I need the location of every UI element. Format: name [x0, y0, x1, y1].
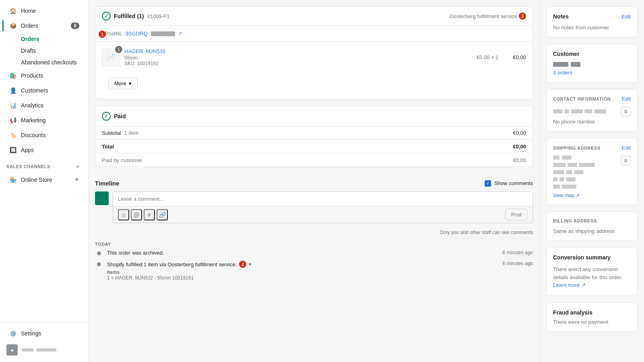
fulfilled-header: ✓ Fulfilled (1) #1009-F1 Oosterberg fulf… — [95, 7, 533, 26]
notes-edit-button[interactable]: Edit — [622, 14, 631, 20]
order-id: #1009-F1 — [147, 13, 170, 19]
event-fulfilled-time: 6 minutes ago — [503, 261, 533, 266]
expand-icon[interactable]: ▾ — [249, 261, 251, 267]
tracking-row: 1 PostNL 3SGDRQ ↗ — [95, 26, 533, 42]
fulfilled-card: ✓ Fulfilled (1) #1009-F1 Oosterberg fulf… — [95, 6, 533, 99]
emoji-button[interactable]: ☺ — [118, 209, 129, 220]
notes-content: No notes from customer — [553, 25, 631, 31]
add-sales-channel-button[interactable]: + — [74, 162, 82, 171]
copy-email-button[interactable]: ⧉ — [621, 107, 631, 116]
shipping-address-lines — [553, 156, 595, 190]
copy-address-button[interactable]: ⧉ — [621, 156, 631, 165]
sidebar-subitem-abandoned[interactable]: Abandoned checkouts — [21, 57, 86, 68]
product-sku: SKU: 10019161 — [124, 61, 472, 66]
sales-channels-title: SALES CHANNELS + — [0, 158, 88, 172]
sidebar-item-customers[interactable]: 👤 Customers — [2, 83, 86, 98]
comment-input[interactable] — [113, 192, 533, 206]
sidebar-item-marketing[interactable]: 📢 Marketing — [2, 113, 86, 128]
address-line-1 — [553, 156, 595, 161]
sidebar-item-home[interactable]: 🏠 Home — [2, 4, 86, 18]
event-archived-text: This order was archived. — [107, 250, 499, 256]
sidebar-item-discounts[interactable]: 🏷️ Discounts — [2, 128, 86, 142]
user-profile[interactable]: ■ — [0, 341, 88, 359]
customer-title: Customer — [553, 51, 579, 57]
shipping-header: SHIPPING ADDRESS Edit — [553, 145, 631, 151]
show-comments-checkbox[interactable]: ✓ — [485, 180, 491, 187]
customer-header: Customer — [553, 51, 631, 57]
contact-edit-button[interactable]: Edit — [622, 96, 631, 102]
sidebar-item-orders[interactable]: 📦 Orders 8 — [2, 19, 86, 33]
apps-icon: 🔲 — [9, 146, 17, 154]
paid-check-icon: ✓ — [102, 112, 111, 121]
more-button[interactable]: More ▾ — [108, 78, 138, 89]
timeline-dot-2 — [97, 262, 101, 266]
attachment-button[interactable]: 🔗 — [157, 209, 168, 220]
contact-title: CONTACT INFORMATION — [553, 97, 611, 101]
paid-by-row: Paid by customer €0,00 — [95, 153, 533, 167]
conversion-text: There aren't any conversion details avai… — [553, 265, 631, 289]
discounts-icon: 🏷️ — [9, 131, 17, 139]
show-comments-toggle[interactable]: ✓ Show comments — [485, 180, 533, 187]
event-fulfilled-text: Shopify fulfilled 1 item via Oosterberg … — [107, 261, 499, 281]
timeline-dot — [97, 251, 101, 255]
line-item-total: €0,00 — [513, 54, 526, 60]
more-button-wrapper: More ▾ — [95, 78, 533, 99]
staff-note: Only you and other staff can see comment… — [95, 228, 533, 237]
service-badge: 3 — [519, 12, 526, 20]
sidebar-subitem-drafts[interactable]: Drafts — [21, 45, 86, 56]
comment-box: ☺ @ # 🔗 Post — [95, 191, 533, 223]
product-name-link[interactable]: HAGER, MJN532 — [124, 48, 472, 54]
notes-card: Notes Edit No notes from customer — [546, 6, 638, 37]
hashtag-button[interactable]: # — [144, 209, 155, 220]
sidebar-item-analytics[interactable]: 📊 Analytics — [2, 98, 86, 113]
total-row: Total €0,00 — [95, 139, 533, 153]
sidebar-item-label: Customers — [21, 87, 48, 94]
external-link-icon[interactable]: ↗ — [178, 31, 182, 36]
timeline-section: Timeline ✓ Show comments ☺ @ # 🔗 Post — [95, 173, 533, 281]
payment-header: ✓ Paid — [95, 106, 533, 127]
line-item-price: €0,00 × 1 — [477, 54, 499, 60]
fraud-title: Fraud analysis — [553, 309, 631, 316]
online-store-visibility-icon[interactable]: 👁 — [74, 177, 79, 183]
fraud-text: There were no payment — [553, 319, 631, 325]
orders-badge: 8 — [71, 23, 79, 29]
learn-more-link[interactable]: Learn more — [553, 282, 580, 288]
sidebar-item-settings[interactable]: ⚙️ Settings — [2, 326, 86, 341]
view-map-link[interactable]: View map ↗ — [553, 193, 631, 198]
mention-button[interactable]: @ — [131, 209, 142, 220]
main-content: ✓ Fulfilled (1) #1009-F1 Oosterberg fulf… — [89, 0, 644, 362]
conversion-title: Conversion summary — [553, 254, 611, 261]
sidebar-item-online-store[interactable]: 🏪 Online Store 👁 — [2, 173, 86, 187]
fulfillment-service: Oosterberg fulfillment service 3 — [450, 12, 526, 20]
quantity-badge: 1 — [115, 46, 122, 53]
notes-header: Notes Edit — [553, 13, 631, 20]
payment-status: Paid — [114, 113, 126, 119]
tracking-number[interactable]: 3SGDRQ — [126, 31, 148, 37]
sidebar-item-apps[interactable]: 🔲 Apps — [2, 143, 86, 157]
customer-avatar-1 — [553, 62, 568, 67]
analytics-icon: 📊 — [9, 101, 17, 109]
sidebar-item-label: Home — [21, 8, 36, 14]
notes-title: Notes — [553, 13, 569, 20]
subtotal-row: Subtotal 1 item €0,00 — [95, 127, 533, 139]
shipping-edit-button[interactable]: Edit — [622, 145, 631, 151]
contact-card: CONTACT INFORMATION Edit ⧉ No phone numb… — [546, 89, 638, 132]
fulfilled-items: Items 1 × HAGER, MJN532 - 55mm 10019161 — [107, 269, 499, 281]
shipping-card: SHIPPING ADDRESS Edit — [546, 138, 638, 205]
order-detail: ✓ Fulfilled (1) #1009-F1 Oosterberg fulf… — [89, 0, 539, 362]
product-variant: 55mm — [124, 55, 472, 61]
fulfilled-event-badge: 2 — [239, 261, 246, 268]
marketing-icon: 📢 — [9, 116, 17, 124]
line-item-info: HAGER, MJN532 55mm SKU: 10019161 — [124, 48, 472, 66]
post-comment-button[interactable]: Post — [505, 209, 528, 220]
customer-avatar-2 — [571, 62, 580, 67]
sidebar-item-products[interactable]: 🛍️ Products — [2, 68, 86, 83]
orders-icon: 📦 — [9, 22, 17, 30]
customer-orders-link[interactable]: 3 orders — [553, 70, 572, 76]
sidebar-subitem-orders[interactable]: Orders — [21, 33, 86, 45]
settings-icon: ⚙️ — [9, 329, 17, 337]
online-store-icon: 🏪 — [9, 176, 17, 184]
customer-avatars — [553, 62, 631, 67]
contact-header: CONTACT INFORMATION Edit — [553, 96, 631, 102]
address-line-3 — [553, 170, 595, 176]
